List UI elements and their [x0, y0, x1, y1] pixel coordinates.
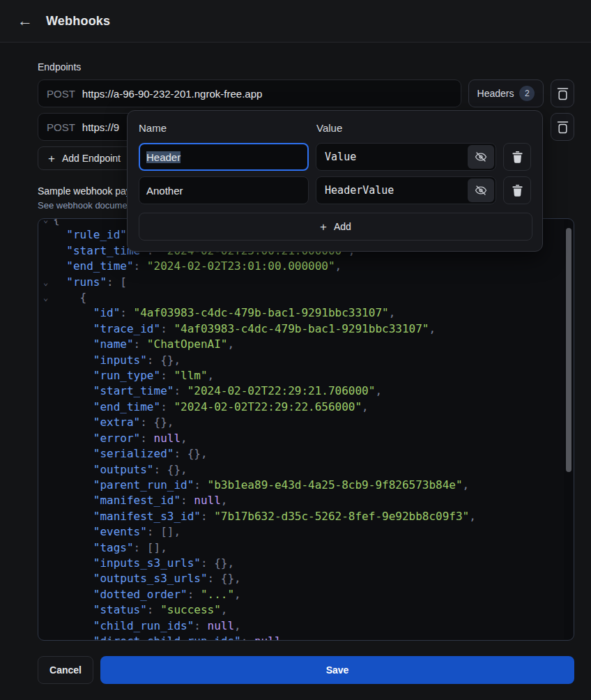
code-gutter	[38, 368, 53, 383]
code-line: "serialized": {},	[38, 446, 574, 462]
endpoint-method-1: POST	[47, 88, 75, 100]
trash-filled-icon	[512, 185, 523, 197]
header-value-text-2: HeaderValue	[325, 184, 394, 197]
delete-endpoint-button-1[interactable]	[551, 79, 574, 107]
code-line: "end_time": "2024-02-02T23:01:00.000000"…	[38, 259, 574, 274]
headers-button-label: Headers	[477, 88, 514, 99]
code-line: "manifest_s3_id": "7b17b632-d35c-5262-8f…	[38, 509, 574, 524]
code-line: "outputs": {},	[38, 462, 574, 478]
topbar: ← Webhooks	[0, 0, 591, 43]
code-gutter	[38, 337, 53, 352]
code-gutter	[38, 602, 53, 618]
code-gutter	[38, 571, 53, 586]
plus-icon: +	[320, 221, 327, 233]
code-line: "inputs_s3_urls": {},	[38, 556, 574, 571]
code-gutter	[38, 556, 53, 571]
code-gutter	[38, 509, 53, 524]
toggle-value-visibility-button-1[interactable]	[468, 145, 494, 169]
code-gutter	[38, 587, 53, 602]
code-gutter	[38, 305, 53, 321]
delete-header-button-2[interactable]	[503, 176, 531, 204]
fold-chevron-icon[interactable]: ⌄	[38, 290, 53, 305]
eye-off-icon	[475, 184, 487, 197]
back-button[interactable]: ←	[15, 11, 35, 31]
code-line: "child_run_ids": null,	[38, 618, 574, 634]
back-arrow-icon: ←	[17, 13, 33, 29]
code-gutter	[38, 618, 53, 634]
code-gutter	[38, 259, 53, 274]
header-row-1: Header Value	[139, 143, 531, 171]
code-gutter	[38, 321, 53, 337]
code-gutter	[38, 478, 53, 493]
cancel-button[interactable]: Cancel	[38, 656, 93, 684]
name-column-label: Name	[139, 122, 316, 134]
header-name-input-1[interactable]: Header	[139, 143, 309, 171]
code-line: "outputs_s3_urls": {},	[38, 571, 574, 586]
code-lines: ⌄{"rule_id": "start_time": "2024-02-02T2…	[38, 218, 574, 641]
add-header-button[interactable]: + Add	[139, 213, 532, 241]
delete-header-button-1[interactable]	[503, 143, 531, 171]
code-line: "tags": [],	[38, 540, 574, 556]
code-line: ⌄"runs": [	[38, 275, 574, 290]
code-line: "parent_run_id": "b3b1ea89-e43d-4a25-8cb…	[38, 478, 574, 493]
code-line: "name": "ChatOpenAI",	[38, 337, 574, 352]
header-name-value-2: Another	[146, 185, 183, 197]
footer-actions: Cancel Save	[38, 656, 574, 684]
add-endpoint-label: Add Endpoint	[62, 153, 121, 164]
popover-column-labels: Name Value	[139, 122, 531, 134]
endpoint-url-1: https://a-96-90-232-201.ngrok-free.app	[82, 88, 263, 100]
code-line: "extra": {},	[38, 415, 574, 430]
code-gutter	[38, 400, 53, 415]
endpoint-url-input-1[interactable]: POST https://a-96-90-232-201.ngrok-free.…	[38, 79, 461, 107]
delete-endpoint-button-2[interactable]	[551, 113, 574, 141]
page-title: Webhooks	[46, 14, 110, 29]
code-line: "error": null,	[38, 431, 574, 446]
code-line: "run_type": "llm",	[38, 368, 574, 383]
sample-payload-code-block: ⌄{"rule_id": "start_time": "2024-02-02T2…	[38, 218, 574, 641]
code-gutter	[38, 227, 53, 243]
header-value-input-2[interactable]: HeaderValue	[316, 176, 496, 204]
headers-popover: Name Value Header Value	[127, 110, 543, 252]
code-scrollbar-thumb[interactable]	[566, 228, 571, 472]
code-gutter	[38, 415, 53, 430]
toggle-value-visibility-button-2[interactable]	[468, 178, 494, 202]
code-line: "end_time": "2024-02-02T22:29:22.656000"…	[38, 400, 574, 415]
fold-chevron-icon[interactable]: ⌄	[38, 218, 53, 227]
code-line: "id": "4af03983-c4dc-479b-bac1-9291bbc33…	[38, 305, 574, 321]
header-value-input-1[interactable]: Value	[316, 143, 496, 171]
code-gutter	[38, 524, 53, 540]
trash-icon	[557, 121, 569, 134]
endpoint-method-2: POST	[47, 121, 75, 133]
header-name-value-1: Header	[146, 151, 181, 163]
code-gutter	[38, 243, 53, 259]
code-line: "trace_id": "4af03983-c4dc-479b-bac1-929…	[38, 321, 574, 337]
endpoints-label: Endpoints	[38, 61, 574, 73]
code-line: "events": [],	[38, 524, 574, 540]
save-button[interactable]: Save	[100, 656, 574, 684]
code-line: ⌄{	[38, 290, 574, 305]
code-gutter	[38, 462, 53, 478]
endpoint-url-2: https://9	[82, 121, 119, 133]
code-line: "inputs": {},	[38, 353, 574, 368]
code-gutter	[38, 431, 53, 446]
header-name-input-2[interactable]: Another	[139, 176, 309, 204]
add-header-label: Add	[334, 221, 351, 232]
code-line: "start_time": "2024-02-02T22:29:21.70600…	[38, 383, 574, 399]
eye-off-icon	[475, 151, 487, 163]
code-line: "manifest_id": null,	[38, 493, 574, 508]
plus-icon: +	[48, 153, 55, 165]
code-line: "status": "success",	[38, 602, 574, 618]
trash-filled-icon	[512, 151, 523, 163]
code-gutter	[38, 634, 53, 641]
code-line: "direct_child_run_ids": null,	[38, 634, 574, 641]
header-value-text-1: Value	[325, 151, 356, 163]
code-gutter	[38, 446, 53, 462]
headers-button-1[interactable]: Headers 2	[468, 79, 544, 107]
code-gutter	[38, 493, 53, 508]
code-gutter	[38, 540, 53, 556]
code-line: "dotted_order": "...",	[38, 587, 574, 602]
header-row-2: Another HeaderValue	[139, 176, 531, 204]
code-gutter	[38, 353, 53, 368]
fold-chevron-icon[interactable]: ⌄	[38, 275, 53, 290]
value-column-label: Value	[316, 122, 342, 134]
